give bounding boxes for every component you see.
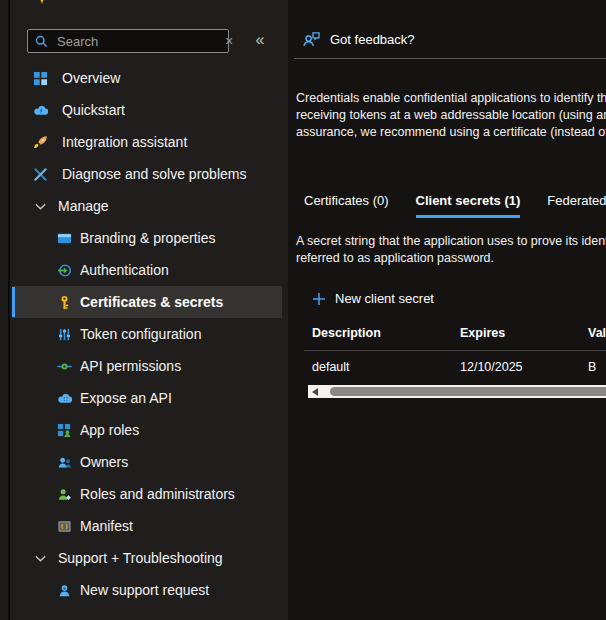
sidebar-item-app-roles[interactable]: App roles (10, 414, 288, 446)
sidebar-item-quickstart[interactable]: Quickstart (10, 94, 288, 126)
auth-arrow-circle-icon (57, 263, 72, 278)
chevron-down-icon (33, 551, 48, 566)
table-row[interactable]: default 12/10/2025 B (288, 360, 606, 384)
manifest-code-icon (57, 519, 72, 534)
sidebar-item-label: API permissions (80, 358, 181, 374)
cloud-api-icon (57, 391, 72, 406)
search-icon (34, 34, 49, 49)
app-registration-page: ✕ « Overview Quickstart Integration assi… (0, 0, 606, 620)
sliders-icon (57, 327, 72, 342)
sidebar-item-expose-api[interactable]: Expose an API (10, 382, 288, 414)
selected-indicator (12, 287, 15, 317)
cell-value: B (588, 360, 596, 374)
sidebar-collapse-button[interactable]: « (250, 29, 270, 51)
column-header-expires[interactable]: Expires (460, 326, 505, 340)
sidebar-item-new-support-request[interactable]: New support request (10, 574, 288, 606)
main-content: Got feedback? Credentials enable confide… (288, 0, 606, 620)
sidebar-item-api-permissions[interactable]: API permissions (10, 350, 288, 382)
two-people-icon (57, 455, 72, 470)
tab-federated-credentials[interactable]: Federated credentials (0) (547, 193, 606, 218)
sidebar-group-label: Support + Troubleshooting (58, 550, 223, 566)
description-line: A secret string that the application use… (296, 233, 606, 250)
client-secret-description: A secret string that the application use… (296, 233, 606, 267)
sidebar-item-owners[interactable]: Owners (10, 446, 288, 478)
sidebar-item-label: Diagnose and solve problems (62, 166, 246, 182)
plus-icon (312, 292, 326, 306)
branding-card-icon (57, 231, 72, 246)
rocket-icon (33, 135, 48, 150)
sidebar-item-label: Token configuration (80, 326, 201, 342)
sidebar-item-label: Roles and administrators (80, 486, 235, 502)
got-feedback-label: Got feedback? (330, 32, 415, 47)
search-input[interactable] (55, 33, 222, 50)
sidebar-item-label: New support request (80, 582, 209, 598)
sidebar-item-manifest[interactable]: Manifest (10, 510, 288, 542)
intro-line: Credentials enable confidential applicat… (296, 90, 606, 107)
sidebar-item-label: Overview (62, 70, 120, 86)
key-icon (57, 295, 72, 310)
tab-bar: Certificates (0) Client secrets (1) Fede… (304, 193, 606, 218)
sidebar-item-diagnose[interactable]: Diagnose and solve problems (10, 158, 288, 190)
cell-description: default (312, 360, 350, 374)
sidebar-item-token-configuration[interactable]: Token configuration (10, 318, 288, 350)
grid-person-icon (57, 423, 72, 438)
new-client-secret-label: New client secret (335, 291, 434, 306)
left-edge-strip (0, 0, 10, 620)
chevron-down-icon (33, 199, 48, 214)
new-client-secret-button[interactable]: New client secret (312, 291, 434, 306)
sidebar-item-roles-administrators[interactable]: Roles and administrators (10, 478, 288, 510)
horizontal-scrollbar[interactable] (308, 385, 606, 398)
sidebar-item-label: Certificates & secrets (80, 294, 223, 310)
sidebar-item-integration-assistant[interactable]: Integration assistant (10, 126, 288, 158)
column-header-description[interactable]: Description (312, 326, 381, 340)
secrets-table-header: Description Expires Value (288, 326, 606, 349)
sidebar-item-label: Manifest (80, 518, 133, 534)
sidebar-item-label: App roles (80, 422, 139, 438)
overview-grid-icon (33, 71, 48, 86)
sidebar-item-label: Branding & properties (80, 230, 215, 246)
description-line: referred to as application password. (296, 250, 606, 267)
sidebar-search[interactable] (27, 29, 229, 53)
sidebar-group-manage[interactable]: Manage (10, 190, 288, 222)
sidebar-item-label: Expose an API (80, 390, 172, 406)
page-title-key-icon (34, 0, 50, 9)
sidebar-item-overview[interactable]: Overview (10, 62, 288, 94)
sidebar-item-label: Quickstart (62, 102, 125, 118)
feedback-person-bubble-icon (302, 30, 321, 49)
support-person-icon (57, 583, 72, 598)
intro-line: receiving tokens at a web addressable lo… (296, 107, 606, 124)
sidebar-item-label: Owners (80, 454, 128, 470)
tab-client-secrets[interactable]: Client secrets (1) (416, 193, 521, 218)
sidebar-group-support-troubleshooting[interactable]: Support + Troubleshooting (10, 542, 288, 574)
scrollbar-thumb[interactable] (330, 387, 606, 396)
cell-expires: 12/10/2025 (460, 360, 523, 374)
sidebar-item-authentication[interactable]: Authentication (10, 254, 288, 286)
scroll-left-arrow-icon[interactable] (312, 388, 318, 396)
got-feedback-button[interactable]: Got feedback? (302, 30, 415, 49)
sidebar-nav: Overview Quickstart Integration assistan… (10, 62, 288, 606)
credentials-intro-text: Credentials enable confidential applicat… (296, 90, 606, 141)
table-header-divider (304, 350, 606, 351)
person-diamond-icon (57, 487, 72, 502)
sidebar-item-label: Integration assistant (62, 134, 187, 150)
sidebar-item-branding-properties[interactable]: Branding & properties (10, 222, 288, 254)
column-header-value[interactable]: Value (588, 326, 606, 340)
tab-certificates[interactable]: Certificates (0) (304, 193, 389, 218)
crossed-tools-icon (33, 167, 48, 182)
toolbar-divider (294, 58, 606, 59)
sidebar-item-certificates-secrets[interactable]: Certificates & secrets (12, 286, 282, 318)
sidebar: ✕ « Overview Quickstart Integration assi… (10, 0, 288, 620)
cloud-quickstart-icon (33, 103, 48, 118)
sidebar-group-label: Manage (58, 198, 109, 214)
search-clear-button[interactable]: ✕ (220, 33, 238, 49)
api-permissions-icon (57, 359, 72, 374)
intro-line: assurance, we recommend using a certific… (296, 124, 606, 141)
sidebar-item-label: Authentication (80, 262, 169, 278)
